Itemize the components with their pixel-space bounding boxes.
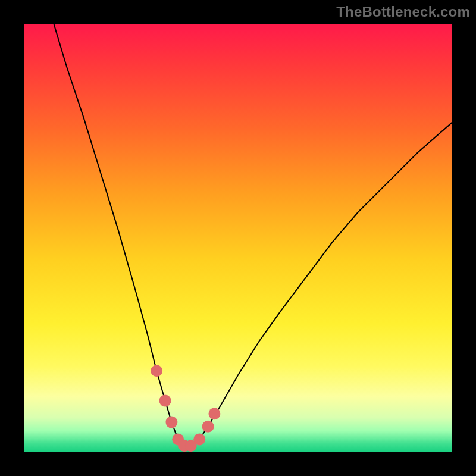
highlight-dot: [208, 408, 220, 419]
highlight-dot: [165, 416, 177, 428]
plot-area: [24, 24, 452, 452]
highlight-dot: [193, 433, 205, 445]
attribution-text: TheBottleneck.com: [336, 4, 470, 20]
highlight-dot: [159, 395, 171, 407]
highlight-dot: [151, 365, 162, 377]
chart-frame: TheBottleneck.com: [0, 0, 476, 476]
highlight-dots: [151, 365, 220, 452]
curve-overlay: [24, 24, 452, 452]
bottleneck-curve: [54, 24, 452, 446]
highlight-dot: [202, 421, 214, 433]
